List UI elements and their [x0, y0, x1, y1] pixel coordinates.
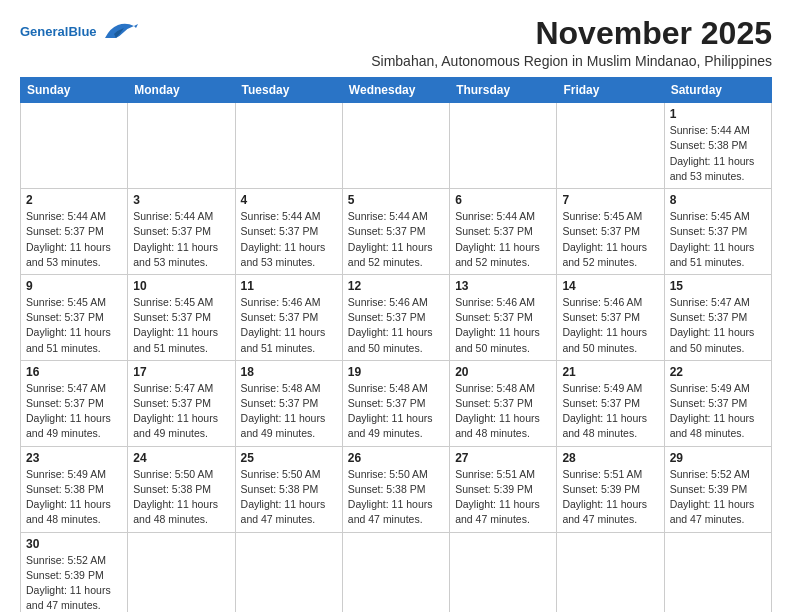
day-info: Sunrise: 5:45 AMSunset: 5:37 PMDaylight:…	[670, 209, 766, 270]
day-number: 18	[241, 365, 337, 379]
calendar-cell	[235, 103, 342, 189]
day-info: Sunrise: 5:52 AMSunset: 5:39 PMDaylight:…	[26, 553, 122, 612]
day-info: Sunrise: 5:45 AMSunset: 5:37 PMDaylight:…	[26, 295, 122, 356]
title-area: November 2025 Simbahan, Autonomous Regio…	[371, 16, 772, 69]
day-info: Sunrise: 5:45 AMSunset: 5:37 PMDaylight:…	[133, 295, 229, 356]
location-subtitle: Simbahan, Autonomous Region in Muslim Mi…	[371, 53, 772, 69]
day-info: Sunrise: 5:51 AMSunset: 5:39 PMDaylight:…	[455, 467, 551, 528]
day-info: Sunrise: 5:44 AMSunset: 5:37 PMDaylight:…	[348, 209, 444, 270]
calendar-cell: 1Sunrise: 5:44 AMSunset: 5:38 PMDaylight…	[664, 103, 771, 189]
weekday-header-thursday: Thursday	[450, 78, 557, 103]
calendar-cell	[557, 532, 664, 612]
day-number: 24	[133, 451, 229, 465]
logo: GeneralBlue	[20, 20, 138, 42]
day-number: 23	[26, 451, 122, 465]
calendar-cell: 24Sunrise: 5:50 AMSunset: 5:38 PMDayligh…	[128, 446, 235, 532]
calendar-cell: 14Sunrise: 5:46 AMSunset: 5:37 PMDayligh…	[557, 274, 664, 360]
day-number: 1	[670, 107, 766, 121]
day-info: Sunrise: 5:46 AMSunset: 5:37 PMDaylight:…	[348, 295, 444, 356]
day-number: 5	[348, 193, 444, 207]
svg-marker-0	[134, 24, 138, 28]
calendar-cell: 25Sunrise: 5:50 AMSunset: 5:38 PMDayligh…	[235, 446, 342, 532]
calendar-cell: 12Sunrise: 5:46 AMSunset: 5:37 PMDayligh…	[342, 274, 449, 360]
day-info: Sunrise: 5:47 AMSunset: 5:37 PMDaylight:…	[133, 381, 229, 442]
calendar-table: SundayMondayTuesdayWednesdayThursdayFrid…	[20, 77, 772, 612]
calendar-cell	[450, 103, 557, 189]
calendar-cell: 21Sunrise: 5:49 AMSunset: 5:37 PMDayligh…	[557, 360, 664, 446]
calendar-cell: 29Sunrise: 5:52 AMSunset: 5:39 PMDayligh…	[664, 446, 771, 532]
page-header: GeneralBlue November 2025 Simbahan, Auto…	[20, 16, 772, 69]
calendar-cell: 4Sunrise: 5:44 AMSunset: 5:37 PMDaylight…	[235, 189, 342, 275]
day-info: Sunrise: 5:51 AMSunset: 5:39 PMDaylight:…	[562, 467, 658, 528]
day-info: Sunrise: 5:50 AMSunset: 5:38 PMDaylight:…	[241, 467, 337, 528]
logo-blue: Blue	[68, 24, 96, 39]
calendar-week-row: 2Sunrise: 5:44 AMSunset: 5:37 PMDaylight…	[21, 189, 772, 275]
calendar-cell: 30Sunrise: 5:52 AMSunset: 5:39 PMDayligh…	[21, 532, 128, 612]
logo-general: General	[20, 24, 68, 39]
calendar-cell	[128, 103, 235, 189]
day-number: 2	[26, 193, 122, 207]
logo-bird-icon	[100, 20, 138, 42]
weekday-header-monday: Monday	[128, 78, 235, 103]
calendar-cell: 20Sunrise: 5:48 AMSunset: 5:37 PMDayligh…	[450, 360, 557, 446]
day-number: 6	[455, 193, 551, 207]
day-number: 22	[670, 365, 766, 379]
calendar-cell	[450, 532, 557, 612]
calendar-cell: 15Sunrise: 5:47 AMSunset: 5:37 PMDayligh…	[664, 274, 771, 360]
day-number: 13	[455, 279, 551, 293]
day-number: 9	[26, 279, 122, 293]
day-number: 10	[133, 279, 229, 293]
weekday-header-wednesday: Wednesday	[342, 78, 449, 103]
calendar-cell: 9Sunrise: 5:45 AMSunset: 5:37 PMDaylight…	[21, 274, 128, 360]
calendar-cell: 8Sunrise: 5:45 AMSunset: 5:37 PMDaylight…	[664, 189, 771, 275]
weekday-header-row: SundayMondayTuesdayWednesdayThursdayFrid…	[21, 78, 772, 103]
day-number: 26	[348, 451, 444, 465]
day-number: 21	[562, 365, 658, 379]
calendar-week-row: 23Sunrise: 5:49 AMSunset: 5:38 PMDayligh…	[21, 446, 772, 532]
calendar-cell: 23Sunrise: 5:49 AMSunset: 5:38 PMDayligh…	[21, 446, 128, 532]
calendar-cell: 3Sunrise: 5:44 AMSunset: 5:37 PMDaylight…	[128, 189, 235, 275]
calendar-cell: 26Sunrise: 5:50 AMSunset: 5:38 PMDayligh…	[342, 446, 449, 532]
calendar-cell	[664, 532, 771, 612]
day-number: 25	[241, 451, 337, 465]
calendar-cell	[235, 532, 342, 612]
weekday-header-sunday: Sunday	[21, 78, 128, 103]
day-number: 20	[455, 365, 551, 379]
weekday-header-friday: Friday	[557, 78, 664, 103]
calendar-cell: 22Sunrise: 5:49 AMSunset: 5:37 PMDayligh…	[664, 360, 771, 446]
calendar-cell: 11Sunrise: 5:46 AMSunset: 5:37 PMDayligh…	[235, 274, 342, 360]
calendar-cell: 2Sunrise: 5:44 AMSunset: 5:37 PMDaylight…	[21, 189, 128, 275]
day-number: 4	[241, 193, 337, 207]
calendar-cell: 6Sunrise: 5:44 AMSunset: 5:37 PMDaylight…	[450, 189, 557, 275]
day-number: 3	[133, 193, 229, 207]
day-number: 8	[670, 193, 766, 207]
day-info: Sunrise: 5:47 AMSunset: 5:37 PMDaylight:…	[26, 381, 122, 442]
calendar-cell	[128, 532, 235, 612]
day-info: Sunrise: 5:44 AMSunset: 5:37 PMDaylight:…	[455, 209, 551, 270]
calendar-cell: 7Sunrise: 5:45 AMSunset: 5:37 PMDaylight…	[557, 189, 664, 275]
day-info: Sunrise: 5:52 AMSunset: 5:39 PMDaylight:…	[670, 467, 766, 528]
calendar-week-row: 16Sunrise: 5:47 AMSunset: 5:37 PMDayligh…	[21, 360, 772, 446]
day-info: Sunrise: 5:45 AMSunset: 5:37 PMDaylight:…	[562, 209, 658, 270]
day-info: Sunrise: 5:44 AMSunset: 5:37 PMDaylight:…	[133, 209, 229, 270]
day-number: 27	[455, 451, 551, 465]
day-number: 19	[348, 365, 444, 379]
logo-text: GeneralBlue	[20, 25, 97, 38]
day-info: Sunrise: 5:44 AMSunset: 5:37 PMDaylight:…	[241, 209, 337, 270]
calendar-week-row: 1Sunrise: 5:44 AMSunset: 5:38 PMDaylight…	[21, 103, 772, 189]
calendar-cell: 19Sunrise: 5:48 AMSunset: 5:37 PMDayligh…	[342, 360, 449, 446]
day-number: 30	[26, 537, 122, 551]
day-info: Sunrise: 5:44 AMSunset: 5:37 PMDaylight:…	[26, 209, 122, 270]
day-number: 16	[26, 365, 122, 379]
day-info: Sunrise: 5:46 AMSunset: 5:37 PMDaylight:…	[241, 295, 337, 356]
calendar-cell: 13Sunrise: 5:46 AMSunset: 5:37 PMDayligh…	[450, 274, 557, 360]
day-number: 11	[241, 279, 337, 293]
weekday-header-tuesday: Tuesday	[235, 78, 342, 103]
day-info: Sunrise: 5:48 AMSunset: 5:37 PMDaylight:…	[241, 381, 337, 442]
day-number: 15	[670, 279, 766, 293]
day-number: 12	[348, 279, 444, 293]
day-number: 29	[670, 451, 766, 465]
calendar-cell: 17Sunrise: 5:47 AMSunset: 5:37 PMDayligh…	[128, 360, 235, 446]
day-info: Sunrise: 5:50 AMSunset: 5:38 PMDaylight:…	[348, 467, 444, 528]
calendar-cell: 18Sunrise: 5:48 AMSunset: 5:37 PMDayligh…	[235, 360, 342, 446]
